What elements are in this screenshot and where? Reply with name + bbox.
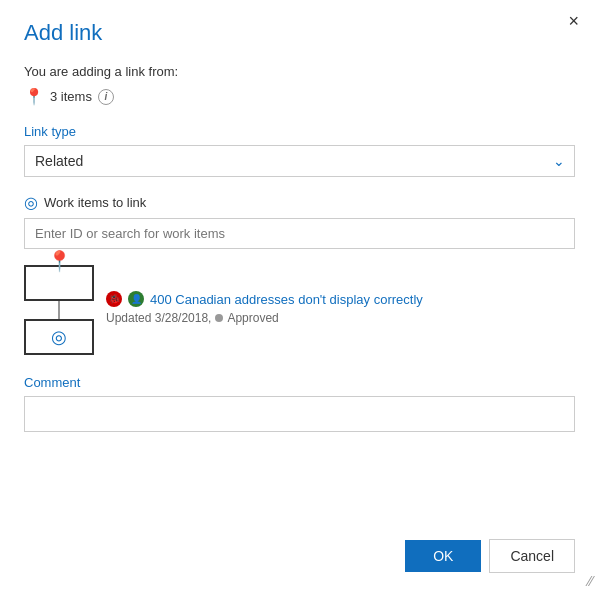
dialog-title: Add link	[24, 20, 575, 46]
parent-node: 📍	[24, 265, 94, 301]
work-item-meta: Updated 3/28/2018, Approved	[106, 311, 423, 325]
child-target-icon: ◎	[51, 326, 67, 348]
location-pin-icon: 📍	[24, 87, 44, 106]
diagram-tree: 📍 ◎	[24, 265, 94, 355]
close-button[interactable]: ×	[562, 10, 585, 32]
subtitle-text: You are adding a link from:	[24, 64, 575, 79]
info-icon[interactable]: i	[98, 89, 114, 105]
tree-connector-line	[58, 301, 60, 319]
add-link-dialog: × Add link You are adding a link from: 📍…	[0, 0, 599, 593]
link-diagram: 📍 ◎ 🐞 👤 400 Canadian addresses don't dis…	[24, 261, 575, 355]
parent-pin-icon: 📍	[47, 249, 72, 273]
bug-icon: 🐞	[106, 291, 122, 307]
link-type-select[interactable]: Related Parent Child Duplicate Duplicate…	[24, 145, 575, 177]
dialog-footer: OK Cancel	[24, 529, 575, 573]
work-item-title-row: 🐞 👤 400 Canadian addresses don't display…	[106, 291, 423, 307]
link-type-label: Link type	[24, 124, 575, 139]
cancel-button[interactable]: Cancel	[489, 539, 575, 573]
work-items-label-row: ◎ Work items to link	[24, 193, 575, 212]
status-dot-icon	[215, 314, 223, 322]
comment-input[interactable]	[24, 396, 575, 432]
resize-handle-icon[interactable]: ∕∕	[588, 573, 593, 589]
items-count: 3 items	[50, 89, 92, 104]
work-item-updated: Updated 3/28/2018,	[106, 311, 211, 325]
comment-label: Comment	[24, 375, 575, 390]
search-input[interactable]	[24, 218, 575, 249]
child-node: ◎	[24, 319, 94, 355]
avatar-icon: 👤	[128, 291, 144, 307]
work-item-status: Approved	[227, 311, 278, 325]
work-items-label-text: Work items to link	[44, 195, 146, 210]
target-icon: ◎	[24, 193, 38, 212]
work-item-link[interactable]: 400 Canadian addresses don't display cor…	[150, 292, 423, 307]
work-item-id: 400	[150, 292, 175, 307]
work-item-title: Canadian addresses don't display correct…	[175, 292, 422, 307]
items-row: 📍 3 items i	[24, 87, 575, 106]
link-type-select-wrapper: Related Parent Child Duplicate Duplicate…	[24, 145, 575, 177]
ok-button[interactable]: OK	[405, 540, 481, 572]
work-item-info: 🐞 👤 400 Canadian addresses don't display…	[106, 261, 423, 325]
